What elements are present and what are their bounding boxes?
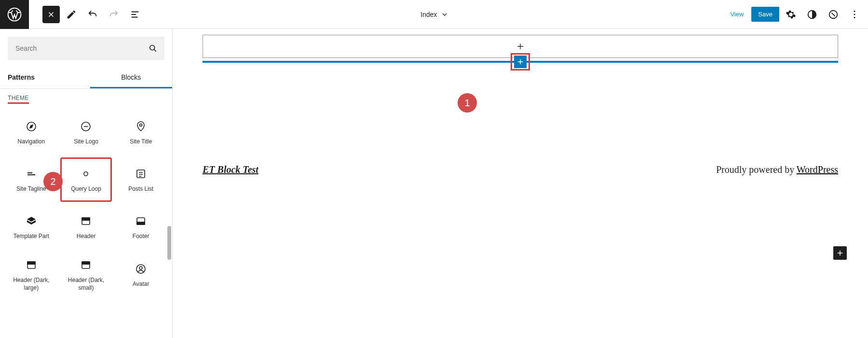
block-item-label: Header (Dark, small) xyxy=(63,277,110,292)
blocks-section-heading: THEME xyxy=(0,89,172,107)
wordpress-icon xyxy=(7,7,22,22)
footer-credit-prefix: Proudly powered by xyxy=(716,164,797,175)
footer-credit: Proudly powered by WordPress xyxy=(716,164,838,175)
inserter-tabs: Patterns Blocks xyxy=(0,68,172,89)
inline-inserter-button[interactable] xyxy=(514,56,527,68)
view-link[interactable]: View xyxy=(724,7,749,22)
svg-rect-18 xyxy=(82,262,90,264)
view-options-button[interactable] xyxy=(824,5,843,24)
block-item-label: Query Loop xyxy=(71,185,101,193)
loop-icon xyxy=(80,168,92,180)
template-title-label: Index xyxy=(420,11,437,18)
tools-button[interactable] xyxy=(62,5,81,24)
settings-button[interactable] xyxy=(781,5,800,24)
svg-rect-16 xyxy=(27,262,35,264)
chevron-down-icon xyxy=(441,11,448,18)
block-insertion-indicator xyxy=(203,61,838,63)
inserter-search-wrap xyxy=(0,29,172,68)
tab-patterns[interactable]: Patterns xyxy=(0,68,90,88)
block-item-label: Template Part xyxy=(14,233,49,240)
redo-button[interactable] xyxy=(104,5,123,24)
gear-icon xyxy=(786,9,796,20)
annotation-2: 2 xyxy=(43,172,63,191)
header-icon xyxy=(80,215,92,227)
svg-point-9 xyxy=(140,124,142,127)
vertical-dots-icon xyxy=(849,9,860,20)
editor-main: Patterns Blocks THEME NavigationSite Log… xyxy=(0,29,868,338)
undo-button[interactable] xyxy=(83,5,102,24)
block-item-site-title[interactable]: Site Title xyxy=(115,111,166,154)
block-item-footer[interactable]: Footer xyxy=(115,205,166,249)
map-pin-icon xyxy=(135,121,147,132)
block-item-label: Posts List xyxy=(128,185,153,193)
search-icon xyxy=(148,43,158,53)
styles-icon xyxy=(807,9,817,20)
header-icon xyxy=(26,259,37,271)
search-input[interactable] xyxy=(14,44,148,53)
block-item-header-dark-large-[interactable]: Header (Dark, large) xyxy=(6,253,57,296)
block-item-label: Header (Dark, large) xyxy=(8,277,55,292)
block-item-label: Footer xyxy=(133,233,149,240)
block-item-label: Site Tagline xyxy=(16,185,46,193)
svg-point-6 xyxy=(150,45,155,50)
plus-icon xyxy=(836,249,844,257)
inserter-search-box[interactable] xyxy=(8,37,164,60)
block-item-posts-list[interactable]: Posts List xyxy=(115,158,166,201)
tagline-icon xyxy=(26,168,37,180)
template-part-icon xyxy=(26,215,37,227)
avatar-icon xyxy=(135,263,147,275)
close-icon xyxy=(47,10,55,19)
sidebar-scrollbar[interactable] xyxy=(166,115,172,338)
undo-icon xyxy=(87,9,98,20)
header-icon xyxy=(80,259,92,271)
svg-point-4 xyxy=(854,14,855,15)
posts-list-icon xyxy=(135,168,147,180)
svg-point-5 xyxy=(854,16,855,18)
plus-icon xyxy=(516,57,525,66)
block-inserter-panel: Patterns Blocks THEME NavigationSite Log… xyxy=(0,29,173,338)
canvas-footer-row: ET Block Test Proudly powered by WordPre… xyxy=(203,164,838,175)
save-button[interactable]: Save xyxy=(751,7,779,22)
footer-icon xyxy=(135,215,147,227)
block-item-template-part[interactable]: Template Part xyxy=(6,205,57,249)
block-item-header-dark-small-[interactable]: Header (Dark, small) xyxy=(61,253,112,296)
blocks-section-heading-label: THEME xyxy=(8,95,29,104)
editor-top-bar: Index View Save xyxy=(0,0,868,29)
block-item-label: Site Title xyxy=(130,138,152,146)
block-item-avatar[interactable]: Avatar xyxy=(115,253,166,296)
document-overview-button[interactable] xyxy=(125,5,145,24)
topbar-left-group xyxy=(0,0,145,28)
editor-canvas[interactable]: 1 ET Block Test Proudly powered by WordP… xyxy=(173,29,868,338)
styles-button[interactable] xyxy=(802,5,822,24)
pencil-icon xyxy=(66,9,77,20)
wordpress-logo-button[interactable] xyxy=(0,0,29,29)
block-item-label: Avatar xyxy=(133,281,149,288)
theme-blocks-grid: NavigationSite LogoSite TitleSite Taglin… xyxy=(0,107,172,300)
svg-point-3 xyxy=(854,11,855,12)
block-item-label: Navigation xyxy=(17,138,45,146)
block-item-label: Header xyxy=(77,233,95,240)
list-view-icon xyxy=(130,9,140,20)
svg-rect-12 xyxy=(82,218,90,220)
tab-blocks[interactable]: Blocks xyxy=(90,68,173,88)
circle-minus-icon xyxy=(80,121,92,132)
close-inserter-button[interactable] xyxy=(42,6,60,23)
footer-credit-link[interactable]: WordPress xyxy=(797,164,838,175)
floating-inserter-button[interactable] xyxy=(833,246,847,260)
more-options-button[interactable] xyxy=(845,5,864,24)
annotation-1: 1 xyxy=(458,93,477,113)
compass-icon xyxy=(26,121,37,132)
footer-site-title[interactable]: ET Block Test xyxy=(203,164,258,175)
topbar-right-group: View Save xyxy=(724,5,864,24)
template-title-dropdown[interactable]: Index xyxy=(420,11,448,18)
sidebar-scrollbar-thumb[interactable] xyxy=(167,226,171,260)
block-item-query-loop[interactable]: Query Loop xyxy=(61,158,112,201)
view-options-icon xyxy=(828,9,839,20)
block-item-label: Site Logo xyxy=(74,138,98,146)
svg-point-20 xyxy=(139,267,142,269)
block-item-site-logo[interactable]: Site Logo xyxy=(61,111,112,154)
block-item-header[interactable]: Header xyxy=(61,205,112,249)
svg-rect-14 xyxy=(137,222,145,225)
block-item-navigation[interactable]: Navigation xyxy=(6,111,57,154)
plus-icon xyxy=(515,42,525,51)
